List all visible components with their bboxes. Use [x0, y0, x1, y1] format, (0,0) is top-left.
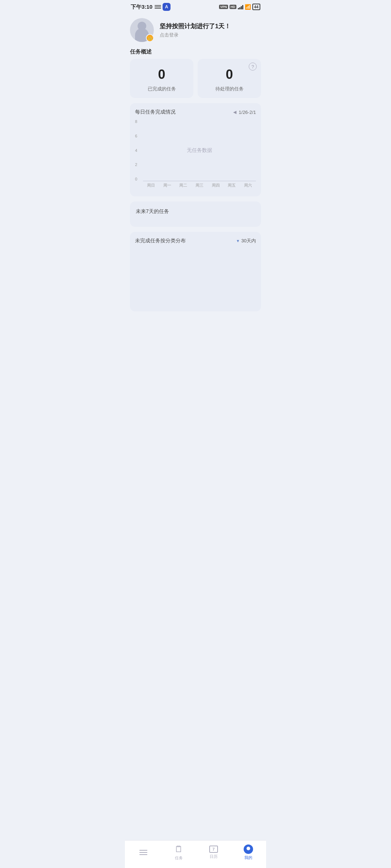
x-label-fri: 周五: [224, 183, 240, 188]
completed-count: 0: [158, 67, 165, 82]
section-title: 任务概述: [130, 48, 261, 55]
status-time: 下午3:10: [131, 4, 152, 10]
x-label-wed: 周三: [192, 183, 208, 188]
distribution-card: 未完成任务按分类分布 ▼ 30天内: [130, 232, 261, 311]
pending-count: 0: [226, 67, 233, 82]
chart-baseline: [143, 181, 256, 181]
avatar[interactable]: 👑: [130, 18, 154, 42]
pending-tasks-card: ? 0 待处理的任务: [198, 59, 261, 98]
wifi-icon: 📶: [245, 4, 251, 10]
x-label-sat: 周六: [240, 183, 256, 188]
dist-filter-label: 30天内: [241, 238, 256, 244]
y-label-6: 6: [135, 134, 137, 138]
chart-y-labels: 8 6 4 2 0: [135, 120, 137, 181]
chart-date-range: 1/26-2/1: [239, 110, 256, 115]
main-content: 👑 坚持按照计划进行了1天！ 点击登录 任务概述 0 已完成的任务 ? 0 待处…: [125, 12, 266, 353]
chart-area: 8 6 4 2 0 无任务数据 周日 周一 周二 周三 周四 周五 周六: [135, 120, 256, 192]
y-label-4: 4: [135, 149, 137, 153]
daily-chart-card: 每日任务完成情况 ◀ 1/26-2/1 8 6 4 2 0 无任务数据 周日 周…: [130, 103, 261, 196]
app-icon: A: [163, 3, 171, 11]
chart-plot: 无任务数据: [143, 120, 256, 181]
chart-title: 每日任务完成情况: [135, 109, 176, 115]
status-left: 下午3:10 A: [131, 3, 171, 11]
chart-nav: ◀ 1/26-2/1: [233, 110, 256, 115]
crown-icon: 👑: [147, 35, 153, 41]
help-icon[interactable]: ?: [249, 63, 257, 71]
dist-filter[interactable]: ▼ 30天内: [236, 238, 256, 244]
x-label-thu: 周四: [207, 183, 224, 188]
profile-headline: 坚持按照计划进行了1天！: [160, 22, 231, 30]
y-label-8: 8: [135, 120, 137, 124]
x-label-sun: 周日: [143, 183, 159, 188]
x-label-mon: 周一: [159, 183, 176, 188]
vpn-tag: VPN: [219, 5, 228, 9]
future-tasks-card: 未来7天的任务: [130, 201, 261, 227]
chart-x-labels: 周日 周一 周二 周三 周四 周五 周六: [143, 183, 256, 188]
dist-dropdown-icon: ▼: [236, 239, 240, 243]
signal-icon: [238, 4, 243, 9]
future-title: 未来7天的任务: [136, 208, 169, 214]
battery-icon: 44: [252, 4, 260, 10]
status-icons: VPN HD 📶 44: [219, 4, 260, 10]
x-label-tue: 周二: [175, 183, 192, 188]
hd-tag: HD: [230, 5, 236, 9]
chart-nav-prev[interactable]: ◀: [233, 110, 236, 115]
pending-label: 待处理的任务: [215, 86, 244, 92]
y-label-2: 2: [135, 163, 137, 167]
dist-title: 未完成任务按分类分布: [135, 238, 186, 244]
battery-level: 44: [254, 5, 258, 9]
task-summary: 0 已完成的任务 ? 0 待处理的任务: [130, 59, 261, 98]
chart-no-data: 无任务数据: [187, 147, 212, 154]
completed-label: 已完成的任务: [148, 86, 176, 92]
chart-header: 每日任务完成情况 ◀ 1/26-2/1: [135, 109, 256, 115]
status-bar: 下午3:10 A VPN HD 📶 44: [125, 0, 266, 12]
profile-text: 坚持按照计划进行了1天！ 点击登录: [160, 22, 231, 38]
crown-badge: 👑: [146, 34, 154, 42]
profile-subtext[interactable]: 点击登录: [160, 32, 231, 38]
y-label-0: 0: [135, 177, 137, 181]
completed-tasks-card: 0 已完成的任务: [130, 59, 193, 98]
profile-section: 👑 坚持按照计划进行了1天！ 点击登录: [130, 12, 261, 48]
dist-header: 未完成任务按分类分布 ▼ 30天内: [135, 238, 256, 244]
